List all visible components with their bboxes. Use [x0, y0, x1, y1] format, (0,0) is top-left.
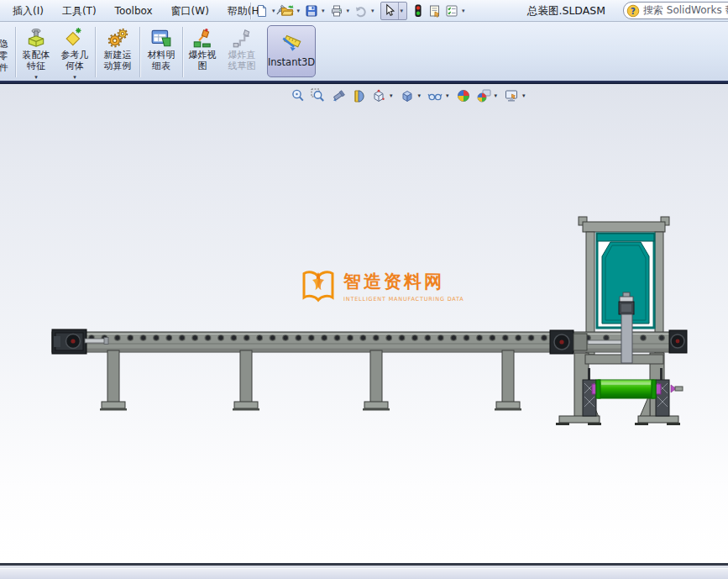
tail-bearing-block[interactable] [550, 330, 587, 354]
help-icon: ? [626, 4, 640, 18]
menu-bar: 插入(I) 工具(T) Toolbox 窗口(W) 帮助(H) [0, 0, 728, 22]
options-dropdown-caret[interactable]: ▾ [462, 8, 465, 14]
undo-button[interactable] [353, 2, 369, 20]
model-view[interactable] [0, 84, 728, 566]
status-bar [0, 568, 728, 579]
roller-assembly[interactable] [583, 368, 683, 416]
save-dropdown-caret[interactable]: ▾ [322, 8, 325, 14]
tension-rod-right[interactable] [588, 340, 626, 345]
select-cursor-icon [381, 3, 396, 18]
toolbar-separator [250, 3, 251, 19]
ribbon-separator [182, 27, 183, 77]
open-button[interactable] [279, 2, 296, 20]
lift-column[interactable] [621, 314, 632, 363]
display-style-icon [400, 88, 415, 103]
machine-base-plate-left[interactable] [559, 416, 600, 423]
assembly-features-button[interactable]: 装配体 特征 ▾ [17, 24, 55, 81]
ribbon-separator [15, 27, 16, 77]
print-button[interactable] [328, 2, 345, 20]
support-leg-4[interactable] [495, 350, 521, 411]
options-button[interactable] [443, 2, 460, 20]
apply-scene-icon [476, 88, 491, 103]
quick-access-toolbar: ▾ ▾ ▾ [248, 0, 469, 22]
display-style-button[interactable] [398, 87, 416, 105]
view-orientation-button[interactable] [369, 87, 388, 105]
watermark-title: 智造资料网 [343, 270, 464, 293]
menu-window[interactable]: 窗口(W) [162, 1, 218, 22]
new-dropdown-caret[interactable]: ▾ [272, 8, 275, 14]
undo-dropdown-caret[interactable]: ▾ [371, 8, 374, 14]
search-placeholder: 搜索 SolidWorks 帮助 [643, 3, 728, 18]
apply-scene-caret[interactable]: ▾ [495, 92, 498, 99]
reference-geometry-button[interactable]: 参考几 何体 ▾ [55, 24, 94, 81]
zoom-to-area-button[interactable] [309, 87, 327, 105]
reference-geometry-icon [64, 27, 86, 49]
section-view-button[interactable] [349, 87, 368, 105]
zoom-to-fit-button[interactable] [289, 87, 307, 105]
exploded-view-icon [191, 27, 213, 49]
menu-toolbox[interactable]: Toolbox [106, 1, 162, 22]
zoom-to-fit-icon [291, 88, 306, 103]
select-tool[interactable]: ▾ [380, 2, 408, 20]
hide-show-caret[interactable]: ▾ [446, 92, 449, 99]
view-settings-button[interactable] [502, 87, 521, 105]
heads-up-view-toolbar: ▾ ▾ ▾ [289, 87, 529, 105]
menu-insert[interactable]: 插入(I) [3, 1, 53, 22]
traffic-light-button[interactable] [410, 2, 427, 20]
view-settings-caret[interactable]: ▾ [522, 92, 526, 99]
appearance-ball-icon [456, 88, 471, 103]
save-floppy-icon [305, 4, 318, 18]
split-divider [398, 3, 399, 19]
previous-view-button[interactable] [329, 87, 348, 105]
zoom-to-area-icon [311, 88, 326, 103]
explode-line-sketch-icon [231, 27, 253, 49]
support-leg-1[interactable] [100, 350, 127, 411]
save-button[interactable] [303, 2, 320, 20]
watermark-subtitle: INTELLIGENT MANUFACTURING DATA [343, 296, 464, 303]
bill-of-materials-icon [150, 27, 172, 49]
watermark: 智造资料网 INTELLIGENT MANUFACTURING DATA [301, 267, 464, 304]
open-dropdown-caret[interactable]: ▾ [297, 8, 301, 14]
edit-appearance-button[interactable] [454, 87, 473, 105]
exploded-view-button[interactable]: 爆炸视 图 [184, 24, 221, 81]
main-menu: 插入(I) 工具(T) Toolbox 窗口(W) 帮助(H) [3, 0, 289, 22]
support-leg-3[interactable] [363, 350, 390, 411]
traffic-light-icon [411, 4, 425, 18]
tension-rod-left[interactable] [85, 338, 108, 345]
select-dropdown-caret[interactable]: ▾ [401, 8, 404, 14]
apply-scene-button[interactable] [474, 87, 493, 105]
svg-text:?: ? [631, 6, 636, 15]
new-motion-study-button[interactable]: 新建运 动算例 [97, 24, 139, 81]
support-leg-2[interactable] [233, 350, 259, 411]
assembly-features-icon [25, 27, 47, 49]
properties-icon [428, 4, 442, 18]
explode-line-sketch-button: 爆炸直 线草图 [221, 24, 263, 81]
previous-view-icon [331, 88, 346, 103]
view-orientation-icon [371, 88, 386, 103]
assembly-features-caret[interactable]: ▾ [34, 74, 38, 81]
menu-tools[interactable]: 工具(T) [53, 1, 106, 22]
printer-icon [330, 4, 343, 18]
properties-button[interactable] [427, 2, 443, 20]
bolt-holes [87, 332, 551, 344]
view-orientation-caret[interactable]: ▾ [390, 92, 393, 99]
roller-shaft[interactable] [671, 385, 683, 392]
hide-components-button[interactable]: 隐 零 件 [0, 24, 14, 81]
hide-show-items-button[interactable] [426, 87, 444, 105]
print-dropdown-caret[interactable]: ▾ [347, 8, 350, 14]
instant3d-button[interactable]: Instant3D [267, 25, 316, 77]
head-pulley-block[interactable] [52, 329, 86, 354]
reference-geometry-caret[interactable]: ▾ [73, 74, 76, 81]
display-style-caret[interactable]: ▾ [418, 92, 422, 99]
ribbon-separator [95, 27, 96, 77]
machine-base-plate-right[interactable] [638, 416, 678, 423]
graphics-viewport[interactable]: ▾ ▾ ▾ [0, 84, 728, 566]
view-settings-icon [504, 88, 519, 103]
bill-of-materials-button[interactable]: 材料明 细表 [141, 24, 181, 81]
drive-roller[interactable] [592, 380, 661, 398]
motion-study-icon [107, 27, 128, 49]
search-box[interactable]: ? 搜索 SolidWorks 帮助 [623, 2, 728, 19]
end-bearing-block[interactable] [669, 330, 687, 353]
open-folder-icon [280, 4, 294, 18]
new-document-button[interactable] [254, 2, 270, 20]
